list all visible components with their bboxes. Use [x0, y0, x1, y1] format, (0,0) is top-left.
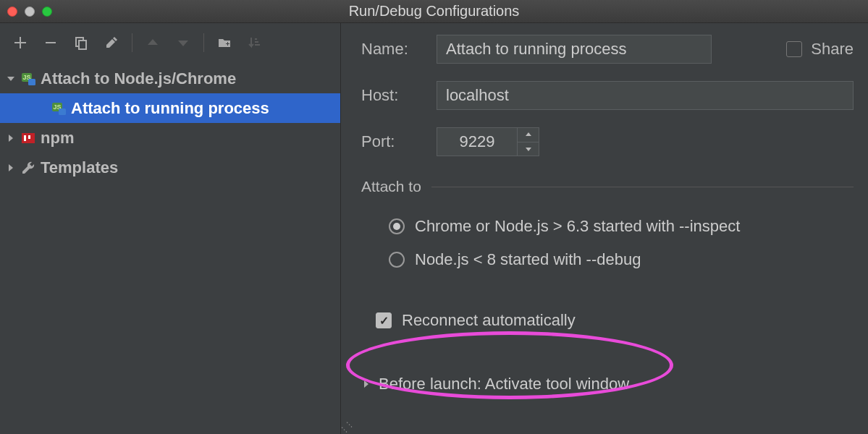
share-label: Share: [811, 40, 854, 59]
name-label: Name:: [361, 40, 437, 59]
chevron-right-icon[interactable]: [6, 133, 16, 143]
svg-rect-11: [28, 135, 30, 139]
reconnect-checkbox[interactable]: [376, 312, 392, 328]
titlebar: Run/Debug Configurations: [0, 0, 868, 23]
tree-label: Templates: [41, 158, 118, 177]
edit-defaults-icon[interactable]: [104, 35, 119, 50]
tree-node-attach-group[interactable]: JS Attach to Node.js/Chrome: [0, 64, 340, 93]
tree-label: npm: [41, 129, 74, 148]
copy-icon[interactable]: [74, 35, 88, 50]
radio-label: Node.js < 8 started with --debug: [415, 250, 641, 269]
before-launch-label: Before launch: Activate tool window: [379, 375, 629, 393]
radio-icon[interactable]: [389, 252, 405, 268]
window-title: Run/Debug Configurations: [0, 3, 868, 20]
radio-label: Chrome or Node.js > 6.3 started with --i…: [415, 217, 740, 236]
move-up-icon[interactable]: [146, 35, 160, 50]
name-input[interactable]: [437, 35, 712, 64]
stepper-down-icon[interactable]: [518, 142, 539, 156]
toolbar-separator: [132, 33, 132, 52]
port-input[interactable]: [437, 128, 517, 156]
svg-rect-8: [59, 109, 66, 115]
port-stepper[interactable]: [517, 128, 539, 156]
nodejs-attach-icon: JS: [20, 71, 36, 87]
port-label: Port:: [361, 132, 437, 151]
chevron-right-icon[interactable]: [6, 163, 16, 173]
host-label: Host:: [361, 86, 437, 105]
svg-rect-5: [28, 79, 35, 85]
chevron-right-icon[interactable]: [361, 379, 371, 389]
tree-node-attach-running[interactable]: JS Attach to running process: [0, 93, 340, 123]
svg-rect-10: [24, 135, 26, 141]
add-icon[interactable]: [13, 35, 28, 50]
tree-label: Attach to running process: [71, 99, 269, 118]
host-input[interactable]: [437, 81, 854, 110]
attach-option-debug[interactable]: Node.js < 8 started with --debug: [361, 243, 854, 276]
wrench-icon: [20, 160, 36, 176]
config-tree[interactable]: JS Attach to Node.js/Chrome JS Attach to…: [0, 62, 340, 434]
chevron-down-icon[interactable]: [6, 74, 16, 84]
remove-icon[interactable]: [43, 35, 58, 50]
svg-rect-0: [46, 42, 56, 43]
config-toolbar: [0, 23, 340, 62]
new-folder-icon[interactable]: [217, 35, 232, 50]
move-down-icon[interactable]: [176, 35, 190, 50]
nodejs-attach-icon: JS: [51, 101, 67, 116]
attach-section-label: Attach to: [361, 178, 421, 195]
toolbar-separator: [203, 33, 204, 52]
svg-rect-2: [79, 41, 86, 49]
stepper-up-icon[interactable]: [518, 128, 539, 142]
section-divider: [431, 187, 854, 187]
tree-node-npm[interactable]: npm: [0, 123, 340, 153]
radio-icon[interactable]: [389, 218, 405, 234]
npm-icon: [20, 130, 36, 146]
attach-option-inspect[interactable]: Chrome or Node.js > 6.3 started with --i…: [361, 210, 854, 243]
share-checkbox[interactable]: [786, 41, 802, 57]
tree-node-templates[interactable]: Templates: [0, 153, 340, 182]
tree-label: Attach to Node.js/Chrome: [41, 69, 236, 88]
sort-icon[interactable]: [248, 35, 262, 50]
reconnect-label: Reconnect automatically: [402, 311, 576, 330]
